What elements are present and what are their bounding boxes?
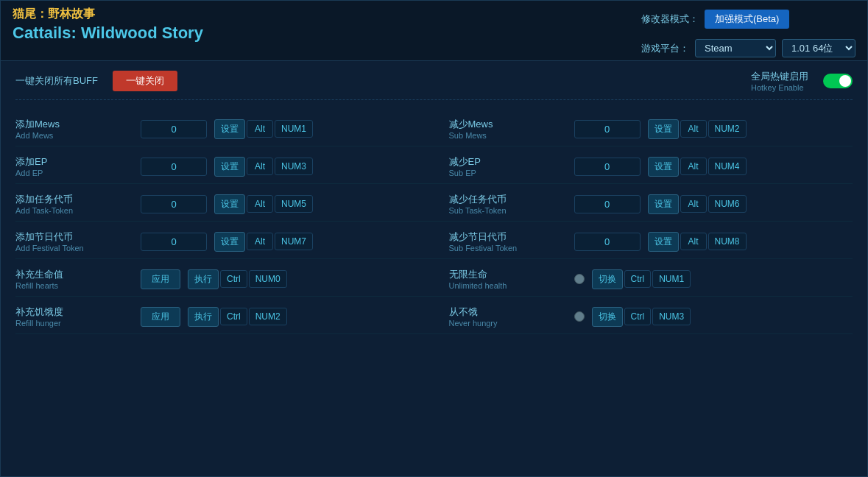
right-key1-1: Alt: [680, 158, 707, 175]
left-label-en-4: Refill hearts: [15, 281, 133, 290]
right-toggle-btn-4[interactable]: 切换: [592, 269, 623, 289]
right-key1-4: Ctrl: [624, 270, 652, 288]
right-label-en-4: Unlimited health: [449, 281, 567, 290]
right-toggle-btn-5[interactable]: 切换: [592, 307, 623, 327]
left-label-cn-5: 补充饥饿度: [15, 305, 133, 319]
left-label-cn-3: 添加节日代币: [15, 230, 133, 244]
version-select[interactable]: 1.01 64位: [782, 39, 855, 57]
right-value-box-3: [574, 233, 641, 251]
left-key-group-2: 设置 Alt NUM5: [214, 194, 313, 214]
left-label-en-2: Add Task-Token: [15, 206, 133, 215]
col-right-0: 减少Mews Sub Mews 设置 Alt NUM2: [434, 118, 853, 140]
right-value-box-0: [574, 120, 641, 138]
left-set-btn-1[interactable]: 设置: [214, 157, 245, 177]
right-label-cn-4: 无限生命: [449, 268, 567, 281]
col-left-5: 补充饥饿度 Refill hunger 应用 执行 Ctrl NUM2: [15, 305, 434, 328]
right-key2-5: NUM3: [652, 308, 691, 325]
left-value-box-2: [141, 195, 207, 213]
hotkey-group: 全局热键启用 Hotkey Enable: [751, 70, 808, 92]
mode-row: 修改器模式： 加强模式(Beta): [641, 10, 855, 29]
left-value-input-3[interactable]: [147, 236, 200, 247]
grid-rows: 添加Mews Add Mews 设置 Alt NUM1 减少Mews Sub M…: [15, 112, 853, 334]
left-label-cn-0: 添加Mews: [15, 118, 133, 131]
col-right-4: 无限生命 Unlimited health 切换 Ctrl NUM1: [434, 268, 853, 290]
left-key-group-4: 执行 Ctrl NUM0: [188, 269, 287, 289]
left-set-btn-0[interactable]: 设置: [214, 119, 245, 139]
left-key2-4: NUM0: [249, 270, 287, 288]
top-right: 全局热键启用 Hotkey Enable: [751, 70, 853, 92]
right-label-cn-2: 减少任务代币: [449, 193, 567, 206]
left-exec-btn-4[interactable]: 执行: [188, 269, 219, 289]
right-label-en-3: Sub Festival Token: [449, 244, 567, 252]
right-key2-3: NUM8: [708, 233, 747, 250]
platform-select[interactable]: Steam: [695, 39, 776, 57]
left-value-input-2[interactable]: [147, 199, 200, 210]
right-set-btn-1[interactable]: 设置: [648, 157, 679, 177]
right-label-cn-5: 从不饿: [449, 305, 567, 319]
table-row: 添加EP Add EP 设置 Alt NUM3 减少EP Sub EP 设置 A…: [15, 149, 853, 184]
left-set-btn-3[interactable]: 设置: [214, 232, 245, 252]
title-en: Cattails: Wildwood Story: [13, 24, 203, 43]
right-value-input-0[interactable]: [581, 124, 634, 135]
title-right: 修改器模式： 加强模式(Beta) 游戏平台： Steam 1.01 64位: [641, 7, 855, 57]
left-label-en-1: Add EP: [15, 169, 133, 177]
left-set-btn-2[interactable]: 设置: [214, 194, 245, 214]
right-status-dot-5: [574, 311, 585, 322]
left-label-en-3: Add Festival Token: [15, 244, 133, 252]
right-value-input-3[interactable]: [581, 236, 634, 247]
right-value-box-2: [574, 195, 641, 213]
item-label-right-3: 减少节日代币 Sub Festival Token: [449, 230, 567, 252]
mode-label: 修改器模式：: [641, 13, 699, 26]
left-apply-btn-5[interactable]: 应用: [141, 307, 180, 327]
left-value-box-0: [141, 120, 207, 138]
item-label-right-1: 减少EP Sub EP: [449, 155, 567, 177]
left-key2-5: NUM2: [249, 308, 287, 325]
left-key2-1: NUM3: [275, 158, 313, 175]
left-value-input-1[interactable]: [147, 161, 200, 172]
table-row: 添加任务代币 Add Task-Token 设置 Alt NUM5 减少任务代币…: [15, 187, 853, 222]
item-label-left-0: 添加Mews Add Mews: [15, 118, 133, 140]
right-label-en-2: Sub Task-Token: [449, 206, 567, 215]
mode-button[interactable]: 加强模式(Beta): [705, 10, 789, 29]
right-set-btn-2[interactable]: 设置: [648, 194, 679, 214]
left-value-box-1: [141, 158, 207, 176]
left-exec-btn-5[interactable]: 执行: [188, 307, 219, 327]
col-right-3: 减少节日代币 Sub Festival Token 设置 Alt NUM8: [434, 230, 853, 252]
right-label-en-0: Sub Mews: [449, 131, 567, 140]
item-label-left-1: 添加EP Add EP: [15, 155, 133, 177]
right-value-input-1[interactable]: [581, 161, 634, 172]
col-right-5: 从不饿 Never hungry 切换 Ctrl NUM3: [434, 305, 853, 328]
platform-label: 游戏平台：: [641, 42, 689, 55]
left-value-input-0[interactable]: [147, 124, 200, 135]
item-label-right-4: 无限生命 Unlimited health: [449, 268, 567, 290]
right-set-btn-3[interactable]: 设置: [648, 232, 679, 252]
item-label-left-2: 添加任务代币 Add Task-Token: [15, 193, 133, 215]
right-key-group-4: 切换 Ctrl NUM1: [592, 269, 691, 289]
close-all-button[interactable]: 一键关闭: [113, 71, 177, 91]
right-label-en-1: Sub EP: [449, 169, 567, 177]
right-set-btn-0[interactable]: 设置: [648, 119, 679, 139]
top-left: 一键关闭所有BUFF 一键关闭: [15, 71, 177, 91]
right-key-group-1: 设置 Alt NUM4: [648, 157, 747, 177]
left-key-group-1: 设置 Alt NUM3: [214, 157, 313, 177]
right-value-input-2[interactable]: [581, 199, 634, 210]
right-label-cn-1: 减少EP: [449, 155, 567, 169]
title-cn: 猫尾：野林故事: [13, 7, 203, 22]
col-left-2: 添加任务代币 Add Task-Token 设置 Alt NUM5: [15, 193, 434, 215]
left-apply-btn-4[interactable]: 应用: [141, 269, 180, 289]
table-row: 补充生命值 Refill hearts 应用 执行 Ctrl NUM0 无限生命…: [15, 262, 853, 297]
top-controls: 一键关闭所有BUFF 一键关闭 全局热键启用 Hotkey Enable: [15, 70, 853, 100]
left-key1-5: Ctrl: [220, 308, 247, 325]
left-key2-0: NUM1: [275, 120, 313, 138]
right-key1-0: Alt: [680, 120, 707, 138]
left-label-cn-4: 补充生命值: [15, 268, 133, 281]
item-label-right-2: 减少任务代币 Sub Task-Token: [449, 193, 567, 215]
top-selectors: 修改器模式： 加强模式(Beta) 游戏平台： Steam 1.01 64位: [641, 10, 855, 57]
right-label-cn-3: 减少节日代币: [449, 230, 567, 244]
left-label-cn-2: 添加任务代币: [15, 193, 133, 206]
hotkey-toggle[interactable]: [823, 74, 853, 88]
right-key2-0: NUM2: [708, 120, 747, 138]
right-key-group-5: 切换 Ctrl NUM3: [592, 307, 691, 327]
item-label-left-3: 添加节日代币 Add Festival Token: [15, 230, 133, 252]
left-key1-0: Alt: [247, 120, 273, 138]
